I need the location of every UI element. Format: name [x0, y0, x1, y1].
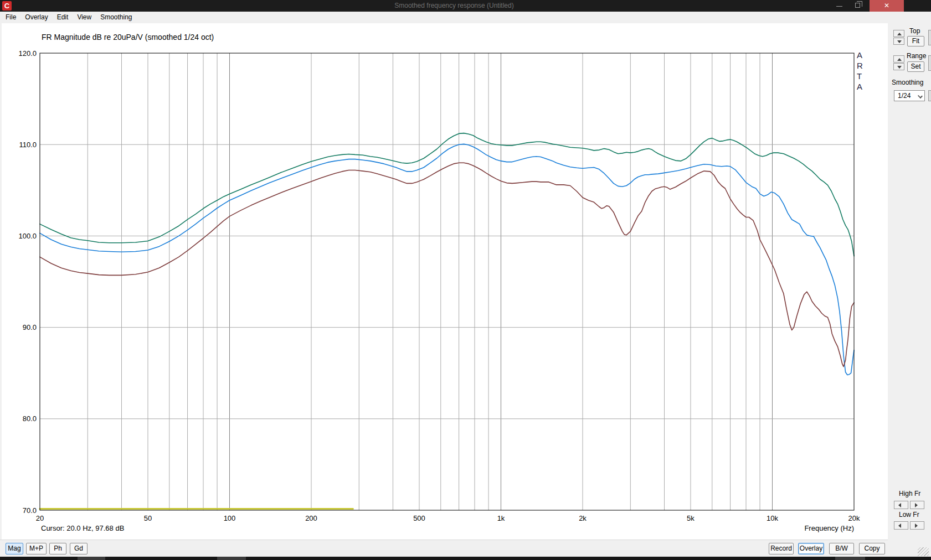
mag-button[interactable]: Mag	[6, 543, 23, 554]
up-arrow-icon	[897, 33, 902, 35]
b-w-button[interactable]: B/W	[829, 543, 854, 554]
down-arrow-icon	[897, 66, 902, 69]
gd-button[interactable]: Gd	[70, 543, 88, 554]
m-p-button[interactable]: M+P	[26, 543, 47, 554]
right-arrow-icon	[915, 503, 918, 507]
x-tick-label: 10k	[767, 514, 778, 522]
low-fr-right-button[interactable]	[910, 521, 924, 530]
taskbar-strip	[0, 557, 931, 560]
arta-watermark: A R T A	[857, 50, 863, 92]
fr-curve-brown	[40, 163, 854, 366]
right-arrow-icon	[915, 523, 918, 528]
plot-border	[40, 53, 854, 510]
x-tick-label: 5k	[687, 514, 695, 522]
low-fr-left-button[interactable]	[894, 521, 908, 530]
top-spin-down-button[interactable]	[893, 38, 904, 45]
cutoff-control-sliver	[928, 90, 931, 101]
x-tick-label: 500	[413, 514, 425, 522]
taskbar-sliver	[78, 557, 105, 560]
high-fr-right-button[interactable]	[910, 501, 924, 509]
side-panel	[888, 23, 931, 557]
fit-button[interactable]: Fit	[907, 36, 924, 46]
fr-chart[interactable]: 120.0110.0100.090.080.070.02050100200500…	[0, 0, 931, 560]
x-tick-label: 200	[305, 514, 317, 522]
range-spin-up-button[interactable]	[893, 55, 904, 63]
x-tick-label: 20k	[848, 514, 860, 522]
x-tick-label: 20	[36, 514, 44, 522]
x-tick-label: 50	[144, 514, 152, 522]
top-label: Top	[909, 27, 920, 35]
x-tick-label: 1k	[497, 514, 505, 522]
cursor-readout: Cursor: 20.0 Hz, 97.68 dB	[41, 524, 124, 532]
record-button[interactable]: Record	[769, 543, 794, 554]
overlay-button[interactable]: Overlay	[798, 543, 824, 554]
x-tick-label: 100	[224, 514, 236, 522]
taskbar-sliver	[835, 557, 865, 560]
cutoff-control-sliver	[928, 30, 931, 45]
ph-button[interactable]: Ph	[49, 543, 66, 554]
copy-button[interactable]: Copy	[859, 543, 885, 554]
y-tick-label: 120.0	[18, 49, 37, 58]
y-tick-label: 110.0	[19, 141, 37, 149]
x-axis-label: Frequency (Hz)	[771, 524, 854, 532]
y-tick-label: 70.0	[23, 506, 37, 515]
arta-window: C Smoothed frequency response (Untitled)…	[0, 0, 931, 560]
up-arrow-icon	[897, 58, 902, 61]
resize-grip[interactable]	[918, 547, 929, 556]
low-fr-label: Low Fr	[899, 511, 919, 518]
chevron-down-icon	[918, 94, 923, 98]
fr-curve-blue	[40, 144, 854, 375]
smoothing-select[interactable]: 1/24	[894, 90, 925, 101]
set-button[interactable]: Set	[907, 61, 924, 72]
left-arrow-icon	[898, 503, 901, 507]
x-tick-label: 2k	[579, 514, 587, 522]
y-tick-label: 100.0	[18, 232, 37, 240]
range-spin-down-button[interactable]	[893, 63, 904, 70]
top-spin-up-button[interactable]	[893, 30, 904, 37]
smoothing-label: Smoothing	[892, 79, 923, 86]
bottom-toolbar	[0, 540, 888, 557]
cutoff-control-sliver	[928, 55, 931, 71]
taskbar-sliver	[217, 557, 246, 560]
high-fr-label: High Fr	[899, 490, 920, 497]
fr-curve-green	[40, 133, 854, 256]
left-arrow-icon	[898, 523, 901, 528]
high-fr-left-button[interactable]	[894, 501, 908, 509]
chart-title: FR Magnitude dB re 20uPa/V (smoothed 1/2…	[42, 33, 214, 42]
y-tick-label: 80.0	[23, 414, 37, 423]
y-tick-label: 90.0	[23, 323, 37, 331]
down-arrow-icon	[897, 40, 902, 43]
smoothing-value: 1/24	[898, 92, 911, 100]
range-label: Range	[907, 52, 926, 60]
